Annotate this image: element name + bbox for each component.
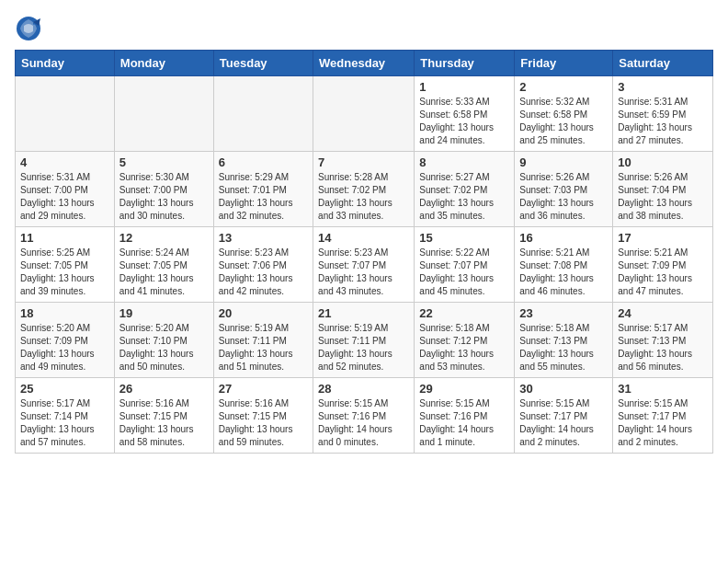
calendar-cell: 1Sunrise: 5:33 AM Sunset: 6:58 PM Daylig… (415, 76, 515, 152)
day-number: 18 (20, 306, 109, 320)
day-info: Sunrise: 5:15 AM Sunset: 7:17 PM Dayligh… (618, 397, 708, 449)
day-info: Sunrise: 5:29 AM Sunset: 7:01 PM Dayligh… (219, 171, 308, 223)
calendar-day-header: Tuesday (213, 51, 313, 76)
day-info: Sunrise: 5:33 AM Sunset: 6:58 PM Dayligh… (419, 96, 509, 147)
calendar-cell (16, 76, 115, 152)
calendar-cell: 31Sunrise: 5:15 AM Sunset: 7:17 PM Dayli… (613, 378, 713, 454)
day-info: Sunrise: 5:20 AM Sunset: 7:09 PM Dayligh… (20, 322, 109, 373)
calendar-week-row: 18Sunrise: 5:20 AM Sunset: 7:09 PM Dayli… (16, 303, 713, 378)
logo (15, 15, 46, 42)
calendar-cell (114, 76, 213, 152)
calendar-week-row: 1Sunrise: 5:33 AM Sunset: 6:58 PM Daylig… (16, 76, 713, 152)
day-number: 28 (318, 382, 409, 396)
calendar-day-header: Sunday (16, 51, 115, 76)
calendar-cell: 22Sunrise: 5:18 AM Sunset: 7:12 PM Dayli… (415, 303, 515, 378)
day-number: 2 (519, 80, 608, 94)
day-number: 1 (419, 80, 509, 94)
calendar-cell: 15Sunrise: 5:22 AM Sunset: 7:07 PM Dayli… (415, 227, 515, 303)
calendar-cell: 17Sunrise: 5:21 AM Sunset: 7:09 PM Dayli… (613, 227, 713, 303)
day-info: Sunrise: 5:21 AM Sunset: 7:09 PM Dayligh… (618, 247, 708, 298)
day-info: Sunrise: 5:26 AM Sunset: 7:04 PM Dayligh… (618, 171, 708, 223)
calendar-cell: 7Sunrise: 5:28 AM Sunset: 7:02 PM Daylig… (313, 152, 415, 227)
day-number: 11 (20, 231, 109, 245)
day-number: 26 (119, 382, 209, 396)
calendar-day-header: Wednesday (313, 51, 415, 76)
calendar-cell: 18Sunrise: 5:20 AM Sunset: 7:09 PM Dayli… (16, 303, 115, 378)
day-info: Sunrise: 5:16 AM Sunset: 7:15 PM Dayligh… (119, 397, 209, 449)
page-header (15, 15, 713, 42)
day-info: Sunrise: 5:23 AM Sunset: 7:06 PM Dayligh… (219, 247, 308, 298)
day-number: 27 (219, 382, 308, 396)
calendar-cell: 4Sunrise: 5:31 AM Sunset: 7:00 PM Daylig… (16, 152, 115, 227)
day-number: 29 (419, 382, 509, 396)
day-number: 21 (318, 306, 409, 320)
calendar-cell: 19Sunrise: 5:20 AM Sunset: 7:10 PM Dayli… (114, 303, 213, 378)
calendar-cell: 28Sunrise: 5:15 AM Sunset: 7:16 PM Dayli… (313, 378, 415, 454)
day-number: 31 (618, 382, 708, 396)
calendar-cell: 29Sunrise: 5:15 AM Sunset: 7:16 PM Dayli… (415, 378, 515, 454)
day-info: Sunrise: 5:27 AM Sunset: 7:02 PM Dayligh… (419, 171, 509, 223)
calendar-cell: 3Sunrise: 5:31 AM Sunset: 6:59 PM Daylig… (613, 76, 713, 152)
day-number: 25 (20, 382, 109, 396)
day-number: 12 (119, 231, 209, 245)
day-info: Sunrise: 5:15 AM Sunset: 7:16 PM Dayligh… (419, 397, 509, 449)
day-info: Sunrise: 5:16 AM Sunset: 7:15 PM Dayligh… (219, 397, 308, 449)
day-info: Sunrise: 5:15 AM Sunset: 7:17 PM Dayligh… (519, 397, 608, 449)
day-info: Sunrise: 5:30 AM Sunset: 7:00 PM Dayligh… (119, 171, 209, 223)
calendar-day-header: Monday (114, 51, 213, 76)
calendar-day-header: Friday (515, 51, 613, 76)
calendar-cell: 12Sunrise: 5:24 AM Sunset: 7:05 PM Dayli… (114, 227, 213, 303)
day-number: 23 (519, 306, 608, 320)
day-info: Sunrise: 5:18 AM Sunset: 7:13 PM Dayligh… (519, 322, 608, 373)
day-info: Sunrise: 5:21 AM Sunset: 7:08 PM Dayligh… (519, 247, 608, 298)
calendar-table: SundayMondayTuesdayWednesdayThursdayFrid… (15, 50, 713, 454)
calendar-cell: 6Sunrise: 5:29 AM Sunset: 7:01 PM Daylig… (213, 152, 313, 227)
day-info: Sunrise: 5:15 AM Sunset: 7:16 PM Dayligh… (318, 397, 409, 449)
day-info: Sunrise: 5:18 AM Sunset: 7:12 PM Dayligh… (419, 322, 509, 373)
day-number: 24 (618, 306, 708, 320)
day-number: 30 (519, 382, 608, 396)
calendar-week-row: 25Sunrise: 5:17 AM Sunset: 7:14 PM Dayli… (16, 378, 713, 454)
day-info: Sunrise: 5:20 AM Sunset: 7:10 PM Dayligh… (119, 322, 209, 373)
day-info: Sunrise: 5:17 AM Sunset: 7:13 PM Dayligh… (618, 322, 708, 373)
calendar-cell (213, 76, 313, 152)
day-number: 15 (419, 231, 509, 245)
calendar-day-header: Thursday (415, 51, 515, 76)
logo-icon (15, 15, 42, 42)
calendar-header-row: SundayMondayTuesdayWednesdayThursdayFrid… (16, 51, 713, 76)
day-number: 19 (119, 306, 209, 320)
calendar-cell: 21Sunrise: 5:19 AM Sunset: 7:11 PM Dayli… (313, 303, 415, 378)
calendar-day-header: Saturday (613, 51, 713, 76)
calendar-cell: 30Sunrise: 5:15 AM Sunset: 7:17 PM Dayli… (515, 378, 613, 454)
day-info: Sunrise: 5:24 AM Sunset: 7:05 PM Dayligh… (119, 247, 209, 298)
calendar-cell: 11Sunrise: 5:25 AM Sunset: 7:05 PM Dayli… (16, 227, 115, 303)
calendar-cell: 9Sunrise: 5:26 AM Sunset: 7:03 PM Daylig… (515, 152, 613, 227)
day-number: 6 (219, 155, 308, 169)
calendar-cell: 13Sunrise: 5:23 AM Sunset: 7:06 PM Dayli… (213, 227, 313, 303)
day-number: 5 (119, 155, 209, 169)
calendar-cell: 14Sunrise: 5:23 AM Sunset: 7:07 PM Dayli… (313, 227, 415, 303)
day-info: Sunrise: 5:19 AM Sunset: 7:11 PM Dayligh… (318, 322, 409, 373)
day-info: Sunrise: 5:31 AM Sunset: 7:00 PM Dayligh… (20, 171, 109, 223)
calendar-cell: 20Sunrise: 5:19 AM Sunset: 7:11 PM Dayli… (213, 303, 313, 378)
day-number: 14 (318, 231, 409, 245)
day-info: Sunrise: 5:32 AM Sunset: 6:58 PM Dayligh… (519, 96, 608, 147)
day-info: Sunrise: 5:17 AM Sunset: 7:14 PM Dayligh… (20, 397, 109, 449)
calendar-cell: 8Sunrise: 5:27 AM Sunset: 7:02 PM Daylig… (415, 152, 515, 227)
day-number: 8 (419, 155, 509, 169)
day-info: Sunrise: 5:31 AM Sunset: 6:59 PM Dayligh… (618, 96, 708, 147)
calendar-cell: 10Sunrise: 5:26 AM Sunset: 7:04 PM Dayli… (613, 152, 713, 227)
day-number: 10 (618, 155, 708, 169)
day-number: 4 (20, 155, 109, 169)
day-number: 20 (219, 306, 308, 320)
calendar-cell: 25Sunrise: 5:17 AM Sunset: 7:14 PM Dayli… (16, 378, 115, 454)
day-number: 9 (519, 155, 608, 169)
day-info: Sunrise: 5:28 AM Sunset: 7:02 PM Dayligh… (318, 171, 409, 223)
day-info: Sunrise: 5:22 AM Sunset: 7:07 PM Dayligh… (419, 247, 509, 298)
day-number: 17 (618, 231, 708, 245)
calendar-cell: 26Sunrise: 5:16 AM Sunset: 7:15 PM Dayli… (114, 378, 213, 454)
calendar-week-row: 4Sunrise: 5:31 AM Sunset: 7:00 PM Daylig… (16, 152, 713, 227)
calendar-cell: 16Sunrise: 5:21 AM Sunset: 7:08 PM Dayli… (515, 227, 613, 303)
day-info: Sunrise: 5:19 AM Sunset: 7:11 PM Dayligh… (219, 322, 308, 373)
day-number: 3 (618, 80, 708, 94)
